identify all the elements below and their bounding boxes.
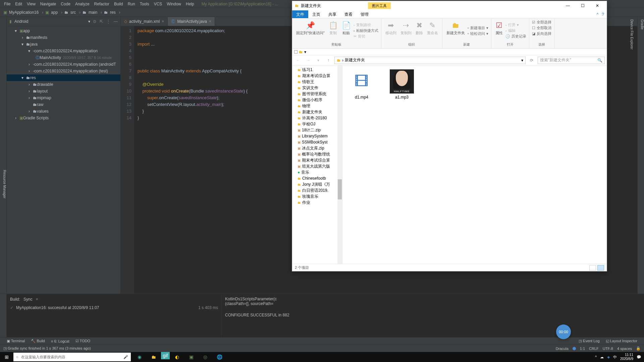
select-all-button[interactable]: ☑ 全部选择 (532, 20, 551, 25)
tree-scrollbar[interactable] (337, 65, 342, 264)
target-icon[interactable]: ⊙ (93, 19, 96, 24)
theme-label[interactable]: Dracula (556, 347, 569, 351)
close-tab-icon[interactable]: × (162, 19, 164, 24)
settings-icon[interactable]: ⋮ (106, 19, 110, 24)
recent-dropdown[interactable]: ▾ (314, 58, 322, 63)
taskbar-app-6[interactable]: ◎ (199, 352, 212, 362)
caret-pos[interactable]: 1:1 (580, 347, 585, 351)
event-log-button[interactable]: ◳ Event Log (579, 339, 600, 343)
tree-item[interactable]: 🖿图书管理系统 (292, 91, 342, 97)
file-a1-mp3[interactable]: HALFTIME a1.mp3 (387, 69, 417, 100)
tree-values[interactable]: values (37, 109, 49, 114)
crumb-root[interactable]: MyApplication16 (8, 9, 40, 15)
copy-button[interactable]: 📋复制 (327, 20, 339, 42)
delete-button[interactable]: ✖删除 (414, 20, 424, 42)
layout-inspector-button[interactable]: ◱ Layout Inspector (606, 339, 637, 343)
gradle-tab[interactable]: Gradle (640, 19, 644, 335)
tree-item[interactable]: ●音乐 (292, 169, 342, 175)
select-all-checkbox[interactable] (294, 50, 298, 54)
new-folder-button[interactable]: 🖿新建文件夹 (445, 20, 466, 42)
file-list[interactable]: 🎞 d1.mp4 HALFTIME a1.mp3 (342, 65, 607, 264)
mic-icon[interactable]: 🎤 (123, 355, 128, 359)
tree-res[interactable]: res (30, 75, 36, 80)
help-icon[interactable]: ? (602, 12, 604, 17)
encoding[interactable]: UTF-8 (603, 347, 613, 351)
crumb-res[interactable]: res (109, 9, 117, 15)
line-sep[interactable]: CRLF (589, 347, 599, 351)
taskbar-explorer[interactable]: 🖿 (147, 352, 160, 362)
details-view-button[interactable] (589, 265, 596, 270)
menu-refactor[interactable]: Refactor (92, 1, 111, 7)
tray-onedrive-icon[interactable]: ☁ (600, 355, 604, 359)
paste-button[interactable]: 📄粘贴 (340, 20, 352, 42)
tree-item[interactable]: 🖿物理 (292, 103, 342, 109)
logcat-button[interactable]: ≡ 6: Logcat (51, 339, 69, 343)
forward-button[interactable]: → (304, 58, 312, 63)
crumb-app[interactable]: app (50, 9, 59, 15)
tree-item[interactable]: 🖿白日密语2019. (292, 187, 342, 193)
tree-item[interactable]: ▣概率论与数理统 (292, 151, 342, 157)
easy-access-button[interactable]: ▫ 轻松访问 ▾ (468, 31, 488, 36)
tree-app[interactable]: app (23, 28, 30, 33)
tree-drawable[interactable]: drawable (37, 82, 53, 87)
select-none-button[interactable]: ☐ 全部取消 (532, 25, 551, 31)
ribbon-tab-home[interactable]: 主页 (308, 10, 324, 18)
dropdown-icon[interactable]: ▾ (304, 50, 306, 54)
lock-icon[interactable]: 🔒 (636, 346, 641, 351)
scrollbar-thumb[interactable] (338, 179, 342, 199)
tree-item[interactable]: 🖿实训文件 (292, 85, 342, 91)
menu-code[interactable]: Code (59, 1, 72, 7)
build-button[interactable]: 🔨 Build (31, 339, 45, 343)
search-box[interactable]: 搜索"新建文件夹" 🔍 (538, 57, 605, 64)
close-sync-icon[interactable]: × (36, 297, 38, 302)
ribbon-tab-file[interactable]: 文件 (292, 10, 308, 18)
taskbar-android-studio[interactable]: ▣ (184, 352, 198, 362)
close-tab-icon[interactable]: × (209, 19, 211, 24)
panel-title[interactable]: Android (14, 19, 86, 24)
tree-pkg1[interactable]: com.c201801020224.myapplication (34, 49, 98, 53)
tree-layout[interactable]: layout (37, 89, 48, 94)
tree-pkg3[interactable]: com.c201801020224.myapplication (test) (34, 69, 108, 73)
tree-raw[interactable]: raw (37, 102, 43, 107)
copy-path-button[interactable]: ▫ 复制路径 (354, 22, 378, 27)
notifications-icon[interactable]: 💬 (637, 355, 641, 359)
device-explorer-tab[interactable]: Device File Explorer (630, 19, 634, 335)
tray-chevron-icon[interactable]: ^ (595, 355, 597, 359)
taskbar-chrome[interactable]: 🌐 (213, 352, 226, 362)
edit-button[interactable]: ▫ 编辑 (505, 28, 526, 33)
menu-view[interactable]: View (25, 1, 38, 7)
tree-item[interactable]: ▣冰点文库.zip (292, 145, 342, 151)
new-item-button[interactable]: ▫ 新建项目 ▾ (468, 25, 488, 31)
menu-help[interactable]: Help (184, 1, 196, 7)
todo-button[interactable]: ☑ TODO (75, 339, 90, 343)
taskbar-app-1[interactable]: ◉ (133, 352, 146, 362)
paste-shortcut-button[interactable]: ▫ 粘贴快捷方式 (354, 28, 378, 33)
tree-item[interactable]: ▣SSMBookSyst (292, 139, 342, 145)
tree-item[interactable]: 🖿作业 (292, 199, 342, 205)
timer-bubble[interactable]: 00:00 (556, 324, 571, 339)
tree-item[interactable]: 🖿练习1 (292, 67, 342, 73)
up-button[interactable]: ↑ (324, 58, 332, 63)
tree-java[interactable]: java (30, 42, 38, 47)
crumb-src[interactable]: src (69, 9, 77, 15)
tree-item[interactable]: 🖿微信小程序 (292, 97, 342, 103)
pin-quick-access-button[interactable]: 📌固定到"快速访问" (295, 20, 326, 42)
tree-item[interactable]: 🖿期末考试综合算 (292, 73, 342, 79)
dropdown-icon[interactable]: ▾ (88, 19, 90, 24)
indent[interactable]: 4 spaces (617, 347, 632, 351)
tree-item[interactable]: ▣LibrarySystem (292, 133, 342, 139)
tree-gradle[interactable]: Gradle Scripts (23, 116, 49, 120)
explorer-titlebar[interactable]: 🖿 新建文件夹 图片工具 — ☐ ✕ (292, 1, 607, 10)
menu-window[interactable]: Window (165, 1, 183, 7)
menu-build[interactable]: Build (112, 1, 125, 7)
tree-pkg2[interactable]: com.c201801020224.myapplication (android… (34, 62, 116, 67)
address-bar[interactable]: 🖿 › 新建文件夹 ▾ (334, 57, 526, 64)
tree-item[interactable]: 🖿许嵩奇-20180 (292, 115, 342, 121)
sync-tab[interactable]: Sync (23, 297, 33, 302)
refresh-button[interactable]: ⟳ (528, 58, 536, 63)
explorer-tree[interactable]: 🖿练习1🖿期末考试综合算🖿情歌王🖿实训文件🖿图书管理系统🖿微信小程序🖿物理🖿新建… (292, 65, 342, 264)
project-tree[interactable]: ▾▣ app ›🖿 manifests ▾🖿 java ▾▫ com.c2018… (7, 26, 120, 123)
history-button[interactable]: 🕓 历史记录 (505, 34, 526, 39)
back-button[interactable]: ← (294, 58, 302, 63)
taskbar-app-3[interactable]: gif (161, 352, 170, 359)
